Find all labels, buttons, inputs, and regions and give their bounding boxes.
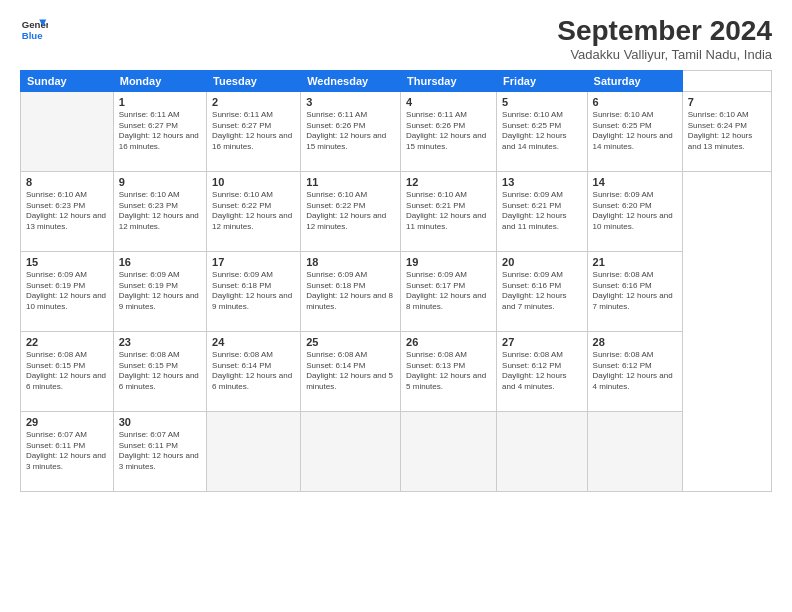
day-info: Sunrise: 6:08 AMSunset: 6:16 PMDaylight:… (593, 270, 677, 313)
table-row (587, 411, 682, 491)
day-number: 13 (502, 176, 581, 188)
day-number: 7 (688, 96, 766, 108)
day-info: Sunrise: 6:07 AMSunset: 6:11 PMDaylight:… (119, 430, 201, 473)
day-number: 17 (212, 256, 295, 268)
day-number: 1 (119, 96, 201, 108)
table-row: 2Sunrise: 6:11 AMSunset: 6:27 PMDaylight… (207, 91, 301, 171)
day-info: Sunrise: 6:09 AMSunset: 6:18 PMDaylight:… (212, 270, 295, 313)
header: General Blue September 2024 Vadakku Vall… (20, 16, 772, 62)
table-row: 15Sunrise: 6:09 AMSunset: 6:19 PMDayligh… (21, 251, 114, 331)
day-info: Sunrise: 6:08 AMSunset: 6:14 PMDaylight:… (306, 350, 395, 393)
table-row (301, 411, 401, 491)
table-row (497, 411, 587, 491)
calendar-week-row: 1Sunrise: 6:11 AMSunset: 6:27 PMDaylight… (21, 91, 772, 171)
day-info: Sunrise: 6:10 AMSunset: 6:22 PMDaylight:… (306, 190, 395, 233)
header-friday: Friday (497, 70, 587, 91)
logo: General Blue (20, 16, 48, 44)
table-row: 30Sunrise: 6:07 AMSunset: 6:11 PMDayligh… (113, 411, 206, 491)
table-row: 14Sunrise: 6:09 AMSunset: 6:20 PMDayligh… (587, 171, 682, 251)
table-row: 10Sunrise: 6:10 AMSunset: 6:22 PMDayligh… (207, 171, 301, 251)
day-info: Sunrise: 6:09 AMSunset: 6:19 PMDaylight:… (119, 270, 201, 313)
calendar-week-row: 15Sunrise: 6:09 AMSunset: 6:19 PMDayligh… (21, 251, 772, 331)
table-row: 21Sunrise: 6:08 AMSunset: 6:16 PMDayligh… (587, 251, 682, 331)
table-row: 3Sunrise: 6:11 AMSunset: 6:26 PMDaylight… (301, 91, 401, 171)
day-info: Sunrise: 6:10 AMSunset: 6:21 PMDaylight:… (406, 190, 491, 233)
day-info: Sunrise: 6:10 AMSunset: 6:22 PMDaylight:… (212, 190, 295, 233)
day-number: 9 (119, 176, 201, 188)
day-number: 4 (406, 96, 491, 108)
table-row: 23Sunrise: 6:08 AMSunset: 6:15 PMDayligh… (113, 331, 206, 411)
table-row (207, 411, 301, 491)
day-number: 14 (593, 176, 677, 188)
svg-text:Blue: Blue (22, 30, 43, 41)
header-sunday: Sunday (21, 70, 114, 91)
table-row: 8Sunrise: 6:10 AMSunset: 6:23 PMDaylight… (21, 171, 114, 251)
day-number: 16 (119, 256, 201, 268)
table-row: 22Sunrise: 6:08 AMSunset: 6:15 PMDayligh… (21, 331, 114, 411)
table-row: 27Sunrise: 6:08 AMSunset: 6:12 PMDayligh… (497, 331, 587, 411)
day-info: Sunrise: 6:11 AMSunset: 6:27 PMDaylight:… (212, 110, 295, 153)
calendar-header-row: Sunday Monday Tuesday Wednesday Thursday… (21, 70, 772, 91)
day-number: 27 (502, 336, 581, 348)
day-info: Sunrise: 6:10 AMSunset: 6:24 PMDaylight:… (688, 110, 766, 153)
day-info: Sunrise: 6:09 AMSunset: 6:20 PMDaylight:… (593, 190, 677, 233)
calendar-week-row: 29Sunrise: 6:07 AMSunset: 6:11 PMDayligh… (21, 411, 772, 491)
table-row: 19Sunrise: 6:09 AMSunset: 6:17 PMDayligh… (401, 251, 497, 331)
table-row: 13Sunrise: 6:09 AMSunset: 6:21 PMDayligh… (497, 171, 587, 251)
header-thursday: Thursday (401, 70, 497, 91)
day-number: 19 (406, 256, 491, 268)
table-row: 5Sunrise: 6:10 AMSunset: 6:25 PMDaylight… (497, 91, 587, 171)
day-number: 26 (406, 336, 491, 348)
table-row: 16Sunrise: 6:09 AMSunset: 6:19 PMDayligh… (113, 251, 206, 331)
location-subtitle: Vadakku Valliyur, Tamil Nadu, India (557, 47, 772, 62)
day-info: Sunrise: 6:08 AMSunset: 6:12 PMDaylight:… (502, 350, 581, 393)
title-section: September 2024 Vadakku Valliyur, Tamil N… (557, 16, 772, 62)
table-row: 12Sunrise: 6:10 AMSunset: 6:21 PMDayligh… (401, 171, 497, 251)
calendar-week-row: 22Sunrise: 6:08 AMSunset: 6:15 PMDayligh… (21, 331, 772, 411)
day-info: Sunrise: 6:09 AMSunset: 6:21 PMDaylight:… (502, 190, 581, 233)
table-row: 20Sunrise: 6:09 AMSunset: 6:16 PMDayligh… (497, 251, 587, 331)
header-saturday: Saturday (587, 70, 682, 91)
day-number: 2 (212, 96, 295, 108)
day-number: 15 (26, 256, 108, 268)
table-row: 29Sunrise: 6:07 AMSunset: 6:11 PMDayligh… (21, 411, 114, 491)
day-info: Sunrise: 6:10 AMSunset: 6:25 PMDaylight:… (593, 110, 677, 153)
day-info: Sunrise: 6:09 AMSunset: 6:18 PMDaylight:… (306, 270, 395, 313)
logo-icon: General Blue (20, 16, 48, 44)
header-wednesday: Wednesday (301, 70, 401, 91)
day-number: 22 (26, 336, 108, 348)
day-number: 3 (306, 96, 395, 108)
table-row: 9Sunrise: 6:10 AMSunset: 6:23 PMDaylight… (113, 171, 206, 251)
day-info: Sunrise: 6:11 AMSunset: 6:26 PMDaylight:… (406, 110, 491, 153)
day-info: Sunrise: 6:11 AMSunset: 6:27 PMDaylight:… (119, 110, 201, 153)
day-info: Sunrise: 6:09 AMSunset: 6:16 PMDaylight:… (502, 270, 581, 313)
calendar-week-row: 8Sunrise: 6:10 AMSunset: 6:23 PMDaylight… (21, 171, 772, 251)
page: General Blue September 2024 Vadakku Vall… (0, 0, 792, 612)
table-row (401, 411, 497, 491)
day-info: Sunrise: 6:09 AMSunset: 6:17 PMDaylight:… (406, 270, 491, 313)
day-number: 11 (306, 176, 395, 188)
table-row: 7Sunrise: 6:10 AMSunset: 6:24 PMDaylight… (682, 91, 771, 171)
day-number: 28 (593, 336, 677, 348)
header-tuesday: Tuesday (207, 70, 301, 91)
day-info: Sunrise: 6:08 AMSunset: 6:15 PMDaylight:… (26, 350, 108, 393)
calendar: Sunday Monday Tuesday Wednesday Thursday… (20, 70, 772, 492)
day-info: Sunrise: 6:08 AMSunset: 6:14 PMDaylight:… (212, 350, 295, 393)
day-number: 24 (212, 336, 295, 348)
empty-cell (21, 91, 114, 171)
table-row: 26Sunrise: 6:08 AMSunset: 6:13 PMDayligh… (401, 331, 497, 411)
day-info: Sunrise: 6:09 AMSunset: 6:19 PMDaylight:… (26, 270, 108, 313)
table-row: 18Sunrise: 6:09 AMSunset: 6:18 PMDayligh… (301, 251, 401, 331)
month-title: September 2024 (557, 16, 772, 47)
day-number: 6 (593, 96, 677, 108)
day-number: 23 (119, 336, 201, 348)
day-number: 5 (502, 96, 581, 108)
header-monday: Monday (113, 70, 206, 91)
day-number: 25 (306, 336, 395, 348)
day-number: 8 (26, 176, 108, 188)
day-number: 20 (502, 256, 581, 268)
day-number: 10 (212, 176, 295, 188)
day-number: 12 (406, 176, 491, 188)
table-row: 4Sunrise: 6:11 AMSunset: 6:26 PMDaylight… (401, 91, 497, 171)
day-info: Sunrise: 6:08 AMSunset: 6:12 PMDaylight:… (593, 350, 677, 393)
